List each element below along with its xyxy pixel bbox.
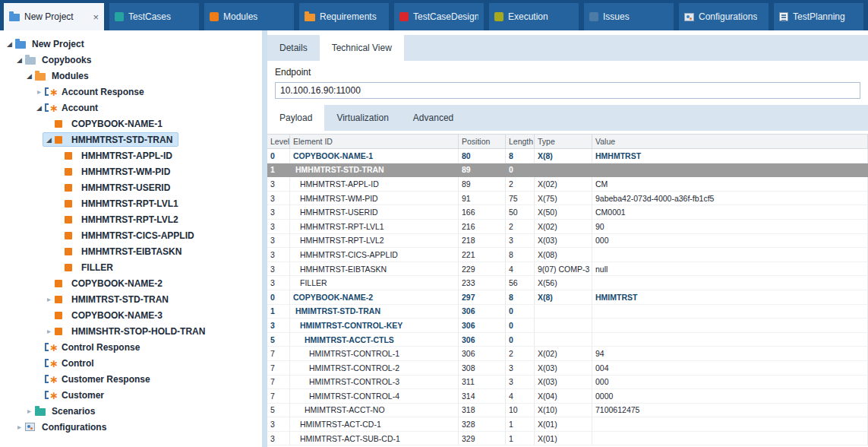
tree-item-customer[interactable]: ∗Customer <box>0 387 262 403</box>
grid-row-hmhmtrst-rpt-lvl1[interactable]: 3HMHMTRST-RPT-LVL12162X(02)90 <box>267 220 868 234</box>
tree-item-hmhmtrst-appl-id[interactable]: HMHMTRST-APPL-ID <box>0 147 262 163</box>
tree-item-modules[interactable]: ◢Modules <box>0 68 262 84</box>
grid-row-hmhmtrst-appl-id[interactable]: 3HMHMTRST-APPL-ID892X(02)CM <box>267 177 868 192</box>
tab-advanced[interactable]: Advanced <box>401 105 466 131</box>
grid-row-hmimtrst-control-4[interactable]: 7HMIMTRST-CONTROL-43144X(04)0000 <box>267 389 868 404</box>
tab-issues[interactable]: Issues <box>584 3 674 30</box>
grid-row-hmimtrst-control-key[interactable]: 3HMIMTRST-CONTROL-KEY3060 <box>267 319 868 333</box>
grid-row-hmimtrst-act-sub-cd-1[interactable]: 3HMIMTRST-ACT-SUB-CD-13291X(01) <box>267 432 868 446</box>
grid-row-copybook-name-2[interactable]: 0COPYBOOK-NAME-22978X(8)HMIMTRST <box>267 290 868 305</box>
expand-arrow-icon[interactable]: ▸ <box>24 407 35 415</box>
level-cell: 3 <box>267 177 290 192</box>
column-header-length[interactable]: Length <box>506 135 535 148</box>
tree-item-configurations[interactable]: ▸Configurations <box>0 419 262 435</box>
expand-arrow-icon[interactable]: ▸ <box>14 423 25 431</box>
tree-item-copybook-name-2[interactable]: COPYBOOK-NAME-2 <box>0 275 262 291</box>
grid-row-hmimtrst-acct-ctls[interactable]: 5HMIMTRST-ACCT-CTLS3060 <box>267 333 868 347</box>
length-cell: 2 <box>506 347 535 361</box>
collapse-arrow-icon[interactable]: ◢ <box>24 72 35 80</box>
column-header-position[interactable]: Position <box>459 135 506 148</box>
grid-row-hmimtrst-std-tran[interactable]: 1HMIMTRST-STD-TRAN3060 <box>267 305 868 319</box>
grid-row-hmhmtrst-std-tran[interactable]: 1HMHMTRST-STD-TRAN890 <box>267 163 868 178</box>
grid-row-hmhmtrst-userid[interactable]: 3HMHMTRST-USERID16650X(50)CM0001 <box>267 205 868 220</box>
tree-item-filler[interactable]: FILLER <box>0 259 262 275</box>
position-cell: 318 <box>459 404 506 418</box>
tree-node: ▸HMIMSHTR-STOP-HOLD-TRAN <box>43 324 211 338</box>
grid-row-hmimtrst-control-2[interactable]: 7HMIMTRST-CONTROL-23083X(03)004 <box>267 361 868 376</box>
grid-row-hmhmtrst-wm-pid[interactable]: 3HMHMTRST-WM-PID9175X(75)9abeba42-073d-4… <box>267 192 868 206</box>
expand-arrow-icon[interactable]: ▸ <box>43 295 55 303</box>
tab-close-icon[interactable]: × <box>93 12 99 22</box>
level-cell: 3 <box>267 234 290 249</box>
tab-testcasedesign[interactable]: TestCaseDesign <box>394 3 484 30</box>
tree-item-hmhmtrst-wm-pid[interactable]: HMHMTRST-WM-PID <box>0 163 262 179</box>
grid-row-hmimtrst-control-3[interactable]: 7HMIMTRST-CONTROL-33113X(03)000 <box>267 376 868 390</box>
tree-item-hmhmtrst-userid[interactable]: HMHMTRST-USERID <box>0 179 262 195</box>
tree-item-copybooks[interactable]: ◢Copybooks <box>0 52 262 68</box>
level-cell: 3 <box>267 192 290 206</box>
column-header-value[interactable]: Value <box>592 135 868 148</box>
expand-arrow-icon[interactable]: ▸ <box>43 327 55 335</box>
tab-technical-view[interactable]: Technical View <box>320 35 404 61</box>
tab-testplanning[interactable]: TestPlanning <box>774 3 863 30</box>
tree-item-hmimtrst-std-tran[interactable]: ▸HMIMTRST-STD-TRAN <box>0 291 262 307</box>
grid-row-hmhmtrst-cics-applid[interactable]: 3HMHMTRST-CICS-APPLID2218X(08) <box>267 248 868 262</box>
tree-item-hmhmtrst-std-tran[interactable]: ◢HMHMTRST-STD-TRAN <box>0 132 262 147</box>
tab-virtualization[interactable]: Virtualization <box>324 105 400 131</box>
tree-item-label: Copybooks <box>42 55 91 65</box>
tab-requirements[interactable]: Requirements <box>299 3 389 30</box>
tree-item-copybook-name-1[interactable]: COPYBOOK-NAME-1 <box>0 116 262 132</box>
tree-item-hmimshtr-stop-hold-tran[interactable]: ▸HMIMSHTR-STOP-HOLD-TRAN <box>0 323 262 339</box>
collapse-arrow-icon[interactable]: ◢ <box>43 136 55 144</box>
grid-row-copybook-name-1[interactable]: 0COPYBOOK-NAME-1808X(8)HMHMTRST <box>267 149 868 163</box>
column-header-element-id[interactable]: Element ID <box>290 135 459 148</box>
grid-row-hmimtrst-act-cd-1[interactable]: 3HMIMTRST-ACT-CD-13281X(01) <box>267 417 868 432</box>
tree-item-hmhmtrst-rpt-lvl1[interactable]: HMHMTRST-RPT-LVL1 <box>0 195 262 211</box>
tree-item-hmhmtrst-cics-applid[interactable]: HMHMTRST-CICS-APPLID <box>0 227 262 243</box>
level-cell: 3 <box>267 417 290 432</box>
type-cell: X(02) <box>535 177 592 192</box>
grid-row-hmimtrst-control-1[interactable]: 7HMIMTRST-CONTROL-13062X(02)94 <box>267 347 868 361</box>
tab-details[interactable]: Details <box>267 35 320 61</box>
grid-row-hmhmtrst-rpt-lvl2[interactable]: 3HMHMTRST-RPT-LVL22183X(03)000 <box>267 234 868 249</box>
collapse-arrow-icon[interactable]: ◢ <box>33 104 45 112</box>
tree-item-copybook-name-3[interactable]: COPYBOOK-NAME-3 <box>0 307 262 323</box>
grid-row-hmimtrst-acct-no[interactable]: 5HMIMTRST-ACCT-NO31810X(10)7100612475 <box>267 404 868 418</box>
tree-item-hmhmtrst-rpt-lvl2[interactable]: HMHMTRST-RPT-LVL2 <box>0 211 262 227</box>
tree-item-hmhmtrst-eibtaskn[interactable]: HMHMTRST-EIBTASKN <box>0 243 262 259</box>
tab-label: TestCaseDesign <box>413 11 478 22</box>
tab-modules[interactable]: Modules <box>204 3 294 30</box>
main-panel: DetailsTechnical View Endpoint PayloadVi… <box>267 30 868 447</box>
tab-testcases[interactable]: TestCases <box>109 3 199 30</box>
column-header-level[interactable]: Level <box>267 135 290 148</box>
field-icon <box>55 136 62 144</box>
tree-item-customer-response[interactable]: ∗Customer Response <box>0 371 262 387</box>
collapse-arrow-icon[interactable]: ◢ <box>14 56 25 64</box>
position-cell: 297 <box>459 290 506 305</box>
level-cell: 1 <box>267 163 290 178</box>
tab-configurations[interactable]: Configurations <box>679 3 769 30</box>
tree-item-label: COPYBOOK-NAME-2 <box>71 278 163 289</box>
tab-payload[interactable]: Payload <box>267 105 324 131</box>
column-header-type[interactable]: Type <box>535 135 592 148</box>
grid-row-hmhmtrst-eibtaskn[interactable]: 3HMHMTRST-EIBTASKN22949(07) COMP-3null <box>267 262 868 277</box>
pane-splitter[interactable] <box>262 30 267 447</box>
tree-item-label: Account <box>62 103 98 113</box>
element-id-cell: HMIMTRST-STD-TRAN <box>290 305 459 319</box>
collapse-arrow-icon[interactable]: ◢ <box>4 40 15 48</box>
tab-execution[interactable]: Execution <box>489 3 579 30</box>
tree-item-account[interactable]: ◢∗Account <box>0 100 262 116</box>
tree-node: ▸HMIMTRST-STD-TRAN <box>43 292 175 306</box>
endpoint-input[interactable] <box>275 82 860 99</box>
value-cell <box>592 276 868 290</box>
tree-item-account-response[interactable]: ▸∗Account Response <box>0 84 262 100</box>
grid-row-filler[interactable]: 3FILLER23356X(56) <box>267 276 868 290</box>
tree-item-control[interactable]: ∗Control <box>0 355 262 371</box>
tree-item-new-project[interactable]: ◢New Project <box>0 36 262 52</box>
value-cell <box>592 248 868 262</box>
tab-new-project[interactable]: New Project× <box>4 3 104 30</box>
expand-arrow-icon[interactable]: ▸ <box>33 87 45 96</box>
tree-item-control-response[interactable]: ∗Control Response <box>0 339 262 355</box>
tree-item-scenarios[interactable]: ▸Scenarios <box>0 403 262 419</box>
payload-grid: LevelElement IDPositionLengthTypeValue 0… <box>267 134 868 447</box>
